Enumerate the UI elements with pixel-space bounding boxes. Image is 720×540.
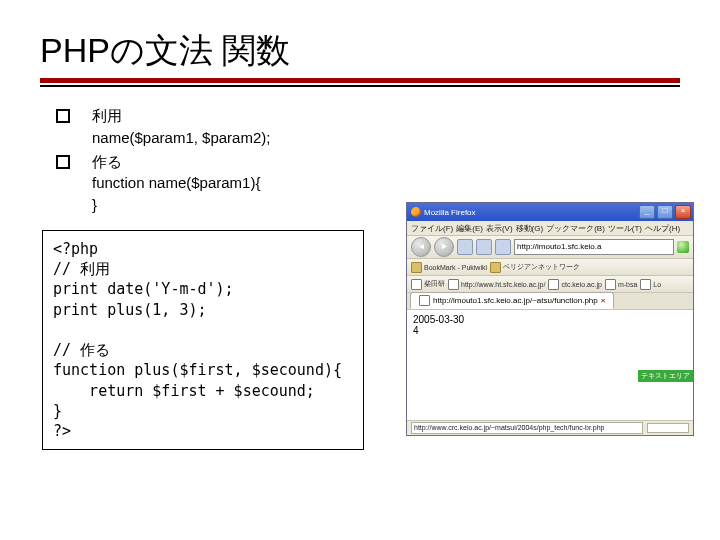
extension-badge[interactable]: テキストエリア bbox=[638, 370, 693, 382]
bullet-list: 利用 name($param1, $param2); 作る function n… bbox=[56, 105, 680, 216]
page-icon bbox=[411, 279, 422, 290]
nav-toolbar: ◂ ▸ http://imouto1.sfc.keio.a bbox=[407, 236, 693, 259]
folder-icon bbox=[490, 262, 501, 273]
page-icon bbox=[548, 279, 559, 290]
menu-file[interactable]: ファイル(F) bbox=[411, 223, 453, 234]
url-input[interactable]: http://imouto1.sfc.keio.a bbox=[514, 239, 674, 255]
firefox-icon bbox=[411, 207, 421, 217]
tab-bar: http://imouto1.sfc.keio.ac.jp/~atsu/func… bbox=[407, 293, 693, 310]
bookmark-item[interactable]: m-bsa bbox=[605, 279, 637, 290]
status-bar: http://www.crc.keio.ac.jp/~matsui/2004s/… bbox=[407, 420, 693, 435]
output-line-2: 4 bbox=[413, 325, 687, 336]
page-content: 2005-03-30 4 テキストエリア bbox=[407, 310, 693, 420]
reload-button[interactable] bbox=[457, 239, 473, 255]
bookmarks-toolbar-2: 柴田研 http://www.ht.sfc.keio.ac.jp/ ctc.ke… bbox=[407, 276, 693, 293]
minimize-button[interactable]: _ bbox=[639, 205, 655, 219]
window-titlebar[interactable]: Mozilla Firefox _ □ × bbox=[407, 203, 693, 221]
bookmark-item[interactable]: ベリジアンネットワーク bbox=[490, 262, 580, 273]
tab-close-icon[interactable]: × bbox=[601, 294, 606, 307]
forward-button[interactable]: ▸ bbox=[434, 237, 454, 257]
menu-go[interactable]: 移動(G) bbox=[516, 223, 544, 234]
bookmark-item[interactable]: http://www.ht.sfc.keio.ac.jp/ bbox=[448, 279, 545, 290]
status-url: http://www.crc.keio.ac.jp/~matsui/2004s/… bbox=[411, 422, 643, 434]
menu-tools[interactable]: ツール(T) bbox=[608, 223, 642, 234]
back-button[interactable]: ◂ bbox=[411, 237, 431, 257]
browser-tab[interactable]: http://imouto1.sfc.keio.ac.jp/~atsu/func… bbox=[410, 292, 614, 309]
bullet-1: 利用 name($param1, $param2); bbox=[56, 105, 680, 149]
page-icon bbox=[605, 279, 616, 290]
slide-title: PHPの文法 関数 bbox=[40, 28, 680, 74]
close-button[interactable]: × bbox=[675, 205, 691, 219]
code-example: <?php // 利用 print date('Y-m-d'); print p… bbox=[42, 230, 364, 451]
bullet-marker-icon bbox=[56, 155, 70, 169]
bookmark-item[interactable]: Lo bbox=[640, 279, 661, 290]
bookmarks-toolbar: BookMark - Pukiwiki ベリジアンネットワーク bbox=[407, 259, 693, 276]
menu-edit[interactable]: 編集(E) bbox=[456, 223, 483, 234]
browser-window: Mozilla Firefox _ □ × ファイル(F) 編集(E) 表示(V… bbox=[406, 202, 694, 436]
title-underline-red bbox=[40, 78, 680, 83]
title-underline-black bbox=[40, 85, 680, 87]
progress-bar bbox=[647, 423, 689, 433]
menu-help[interactable]: ヘルプ(H) bbox=[645, 223, 680, 234]
page-icon bbox=[448, 279, 459, 290]
go-button[interactable] bbox=[677, 241, 689, 253]
bookmark-item[interactable]: 柴田研 bbox=[411, 279, 445, 290]
bookmark-item[interactable]: BookMark - Pukiwiki bbox=[411, 262, 487, 273]
menu-view[interactable]: 表示(V) bbox=[486, 223, 513, 234]
stop-button[interactable] bbox=[476, 239, 492, 255]
bullet-2-code-1: function name($param1){ bbox=[92, 172, 680, 194]
bookmark-item[interactable]: ctc.keio.ac.jp bbox=[548, 279, 601, 290]
maximize-button[interactable]: □ bbox=[657, 205, 673, 219]
bullet-marker-icon bbox=[56, 109, 70, 123]
menu-bar: ファイル(F) 編集(E) 表示(V) 移動(G) ブックマーク(B) ツール(… bbox=[407, 221, 693, 236]
bullet-1-label: 利用 bbox=[92, 105, 680, 127]
home-button[interactable] bbox=[495, 239, 511, 255]
page-icon bbox=[419, 295, 430, 306]
window-title: Mozilla Firefox bbox=[424, 208, 476, 217]
folder-icon bbox=[411, 262, 422, 273]
bullet-2-label: 作る bbox=[92, 151, 680, 173]
bullet-1-code: name($param1, $param2); bbox=[92, 127, 680, 149]
tab-label: http://imouto1.sfc.keio.ac.jp/~atsu/func… bbox=[433, 294, 598, 307]
menu-bookmarks[interactable]: ブックマーク(B) bbox=[546, 223, 605, 234]
page-icon bbox=[640, 279, 651, 290]
output-line-1: 2005-03-30 bbox=[413, 314, 687, 325]
